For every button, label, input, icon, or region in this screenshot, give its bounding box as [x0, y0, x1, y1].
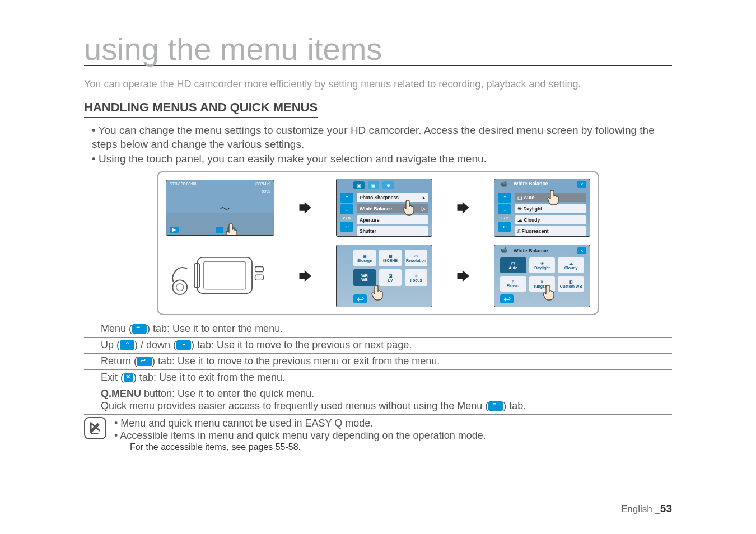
hand-icon — [543, 284, 556, 303]
close-icon: × — [577, 181, 586, 188]
exp-exit: Exit () tab: Use it to exit from the men… — [84, 370, 672, 386]
camera-mode-icon: 📹 — [500, 181, 507, 187]
svg-rect-6 — [255, 275, 264, 280]
menu-item-shutter: Shutter — [357, 226, 428, 236]
arrow-icon — [455, 268, 471, 284]
hand-icon — [371, 284, 385, 303]
wb-grid-title: White Balance — [514, 248, 548, 254]
page-indicator: 2 / 6 — [340, 216, 353, 220]
wb-daylight: ☀Daylight — [529, 257, 556, 273]
menu-item-aperture: Aperture — [357, 215, 428, 224]
page-title: using the menu items — [84, 34, 672, 66]
qmenu-storage: ▣Storage — [353, 250, 376, 266]
tab-explanations: Menu () tab: Use it to enter the menu. U… — [84, 321, 672, 415]
qmenu-ev: ◪EV — [379, 269, 402, 286]
rem-label: [307Min] — [255, 182, 270, 186]
tab-disp-icon: ▣ — [368, 181, 379, 189]
note-2-sub: For the accessible items, see pages 55-5… — [114, 442, 486, 452]
wb-title: White Balance — [514, 181, 548, 186]
up-btn: ⌃ — [340, 193, 353, 203]
arrow-icon — [297, 268, 313, 284]
svg-point-4 — [176, 284, 184, 291]
wb-fluorescent: ⎍ Fluorescent — [515, 226, 586, 236]
exp-menu: Menu () tab: Use it to enter the menu. — [84, 321, 672, 338]
menu-item-sharpness: Photo Sharpness▸ — [357, 193, 428, 202]
qmenu-label: Q.MENU — [101, 388, 141, 399]
return-btn: ↩ — [353, 294, 367, 303]
svg-rect-1 — [204, 261, 246, 289]
bullet-2: Using the touch panel, you can easily ma… — [92, 152, 672, 166]
down-btn: ⌄ — [498, 204, 511, 214]
diagram-row-2: ▣Storage ▦iSCENE ▭Resolution WBWB ◪EV ⟡F… — [166, 245, 590, 307]
notes-block: Menu and quick menu cannot be used in EA… — [84, 417, 672, 452]
screens-diagram: STBY 00:00:00 [307Min] 9999 ▶ ▣ — [157, 171, 599, 315]
page-footer: English _53 — [621, 503, 672, 515]
wb-auto: ⬚Auto — [500, 257, 526, 273]
diagram-row-1: STBY 00:00:00 [307Min] 9999 ▶ ▣ — [166, 179, 590, 237]
wb-cloudy: ☁ Cloudy — [515, 215, 586, 224]
photo-count: 9999 — [262, 189, 270, 193]
note-2: Accessible items in menu and quick menu … — [114, 429, 486, 442]
exp-qmenu: Q.MENU button: Use it to enter the quick… — [84, 386, 672, 415]
return-btn: ↩ — [498, 222, 511, 232]
menu-icon — [488, 401, 503, 411]
live-view-screen: STBY 00:00:00 [307Min] 9999 ▶ — [166, 180, 274, 236]
return-icon — [137, 357, 152, 366]
exp-return: Return () tab: Use it to move to the pre… — [84, 354, 672, 370]
note-1: Menu and quick menu cannot be used in EA… — [114, 417, 486, 430]
menu-item-wb: White Balance▷ — [357, 204, 428, 213]
time-label: 00:00:00 — [181, 182, 196, 186]
hand-icon — [547, 189, 561, 207]
exit-icon — [124, 373, 133, 382]
main-bullets: You can change the menu settings to cust… — [84, 124, 672, 166]
arrow-icon — [297, 200, 313, 216]
down-icon — [176, 340, 191, 350]
page-number: 53 — [660, 503, 672, 514]
svg-point-3 — [172, 280, 187, 294]
footer-lang: English — [621, 504, 652, 514]
tab-settings-icon: ⚙ — [382, 181, 394, 189]
tab-record-icon: ▣ — [353, 181, 365, 189]
menu-tab-icon — [216, 227, 223, 233]
hand-icon — [403, 199, 416, 217]
camera-mode-icon: 📹 — [500, 247, 507, 253]
qmenu-wb: WBWB — [353, 269, 376, 286]
wb-grid-screen: 📹 White Balance × ⬚Auto ☀Daylight ☁Cloud… — [494, 245, 590, 307]
wb-list-screen: 📹 White Balance × ⌃ ⌄ 1 / 2 ↩ ⬚ Auto ☀ D… — [494, 179, 590, 237]
down-btn: ⌄ — [340, 204, 353, 214]
wb-custom: ◧Custom WB — [558, 276, 584, 292]
return-btn: ↩ — [340, 222, 353, 232]
menu-icon — [132, 324, 147, 334]
section-heading: HANDLING MENUS AND QUICK MENUS — [84, 100, 318, 118]
play-tab: ▶ — [170, 227, 179, 233]
camcorder-illustration — [166, 248, 274, 304]
wb-flursc: ⎍Flursc. — [500, 276, 526, 292]
wb-page: 1 / 2 — [498, 216, 511, 220]
stby-label: STBY — [170, 182, 180, 186]
bird-icon — [219, 205, 230, 213]
intro-text: You can operate the HD camcorder more ef… — [84, 78, 672, 90]
qmenu-iscene: ▦iSCENE — [379, 250, 402, 266]
qmenu-focus: ⟡Focus — [405, 269, 427, 286]
note-icon — [84, 417, 106, 439]
hand-icon — [226, 223, 239, 236]
footer-sep: _ — [655, 504, 660, 514]
menu-list-screen: ▣ ▣ ⚙ ⌃ ⌄ 2 / 6 ↩ Photo Sharpness▸ White… — [336, 179, 432, 237]
qmenu-resolution: ▭Resolution — [405, 250, 427, 266]
up-icon — [120, 340, 134, 350]
arrow-icon — [455, 200, 471, 216]
close-icon: × — [577, 247, 586, 254]
up-btn: ⌃ — [498, 193, 511, 203]
bullet-1: You can change the menu settings to cust… — [92, 124, 672, 151]
svg-rect-5 — [255, 267, 264, 272]
exp-updown: Up () / down () tab: Use it to move to t… — [84, 338, 672, 354]
return-btn: ↩ — [500, 294, 514, 303]
wb-cloudy: ☁Cloudy — [558, 257, 584, 273]
svg-rect-0 — [198, 257, 253, 293]
qmenu-screen: ▣Storage ▦iSCENE ▭Resolution WBWB ◪EV ⟡F… — [336, 245, 432, 307]
